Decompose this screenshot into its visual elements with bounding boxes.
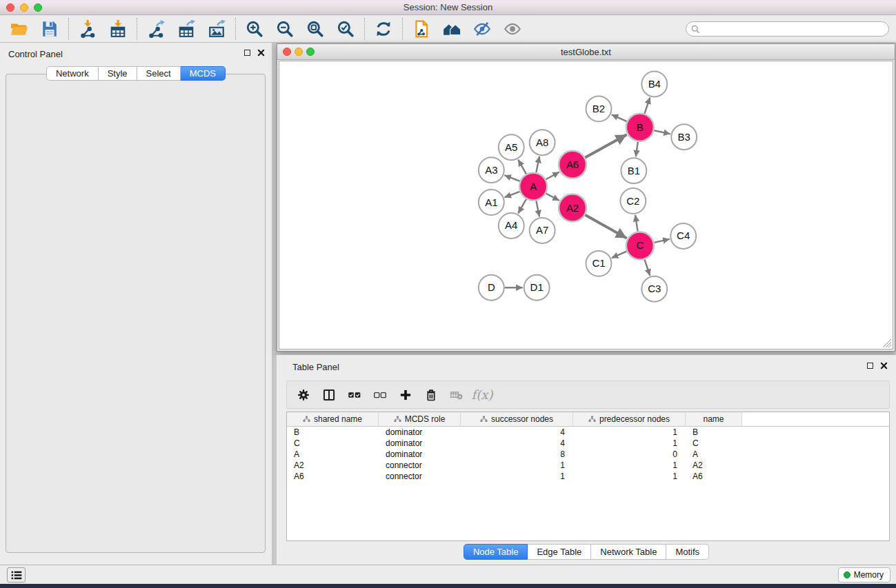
status-bar: Memory (0, 565, 896, 584)
tab-select[interactable]: Select (137, 66, 181, 81)
home-button[interactable] (442, 19, 461, 39)
delete-table-icon (450, 388, 464, 402)
graph-edge-A-A3[interactable] (504, 175, 519, 181)
trash-icon (424, 388, 438, 402)
import-network-icon (79, 20, 97, 38)
export-network-button[interactable] (146, 19, 166, 39)
table-row[interactable]: A2connector11A2 (287, 460, 889, 471)
search-input[interactable] (704, 23, 888, 35)
show-graphics-details-button[interactable] (503, 19, 522, 39)
float-table-panel-icon[interactable] (867, 363, 873, 369)
memory-label: Memory (854, 570, 884, 580)
tab-network-table[interactable]: Network Table (591, 544, 666, 560)
graph-edge-A-A7[interactable] (536, 201, 539, 216)
zoom-fit-button[interactable] (306, 19, 325, 39)
table-cell: A2 (686, 460, 742, 470)
delete-column-button[interactable] (424, 387, 439, 403)
search-icon (691, 25, 700, 34)
export-image-button[interactable] (207, 19, 226, 39)
table-tabs: Node Table Edge Table Network Table Moti… (277, 544, 896, 560)
graph-edge-B-B4[interactable] (644, 97, 650, 114)
export-table-button[interactable] (177, 19, 196, 39)
table-body: Bdominator41BCdominator41CAdominator80AA… (287, 427, 889, 482)
column-header-successor-nodes[interactable]: successor nodes (461, 412, 573, 426)
app-titlebar: Session: New Session (0, 0, 896, 15)
graph-edge-A6-B[interactable] (585, 134, 626, 157)
graph-node-label: C4 (677, 230, 690, 241)
zoom-out-icon (276, 20, 294, 38)
function-builder-button[interactable]: f(x) (475, 387, 490, 403)
graph-edge-C-C3[interactable] (644, 259, 650, 276)
column-header-name[interactable]: name (686, 412, 742, 426)
network-window-titlebar[interactable]: testGlobe.txt (277, 44, 895, 60)
table-cell: C (287, 438, 379, 448)
zoom-in-button[interactable] (245, 19, 264, 39)
graph-edge-A-A6[interactable] (546, 172, 559, 179)
zoom-selected-button[interactable] (336, 19, 355, 39)
tab-edge-table[interactable]: Edge Table (528, 544, 591, 560)
tab-mcds[interactable]: MCDS (181, 66, 226, 81)
mcds-tab-panel (6, 74, 266, 553)
tab-style[interactable]: Style (99, 66, 137, 81)
zoom-out-button[interactable] (275, 19, 295, 39)
close-table-panel-icon[interactable] (880, 362, 888, 369)
split-view-icon (322, 388, 336, 402)
graph-edge-B-B2[interactable] (612, 114, 627, 121)
graph-edge-B-B3[interactable] (654, 130, 670, 134)
hide-graphics-details-button[interactable] (472, 19, 492, 39)
delete-table-button[interactable] (449, 387, 464, 403)
graph-edge-A-A2[interactable] (546, 194, 559, 201)
graph-edge-C-C1[interactable] (612, 252, 627, 258)
table-row[interactable]: Cdominator41C (287, 438, 889, 449)
graph-edge-A-A4[interactable] (518, 199, 526, 214)
tab-node-table[interactable]: Node Table (464, 544, 528, 560)
window-resize-grip[interactable] (883, 339, 892, 348)
memory-button[interactable]: Memory (838, 567, 890, 582)
graph-edge-B-B1[interactable] (636, 142, 638, 157)
close-panel-icon[interactable] (257, 49, 265, 57)
import-network-button[interactable] (78, 19, 97, 39)
export-network-icon (147, 20, 165, 38)
network-from-file-button[interactable] (412, 19, 431, 39)
app-title: Session: New Session (0, 2, 896, 12)
column-header-MCDS-role[interactable]: MCDS role (379, 412, 461, 426)
table-row[interactable]: A6connector11A6 (287, 471, 889, 482)
show-panels-button[interactable] (7, 567, 26, 582)
import-table-button[interactable] (108, 19, 128, 39)
graph-edge-A2-C[interactable] (585, 215, 626, 239)
add-column-button[interactable] (398, 387, 413, 403)
network-view[interactable]: B4B2BB3A8A5A6A3B1AA1C2A2A4A7C4CC1C3DD1 (279, 61, 893, 349)
open-folder-icon (10, 20, 28, 38)
column-header-shared-name[interactable]: shared name (287, 412, 379, 426)
open-session-button[interactable] (10, 19, 29, 39)
graph-edge-C-C4[interactable] (654, 239, 669, 243)
float-panel-icon[interactable] (244, 50, 250, 56)
refresh-layout-button[interactable] (374, 19, 393, 39)
table-cell: dominator (379, 427, 461, 437)
desktop-strip (0, 584, 896, 588)
graph-edge-A-A5[interactable] (518, 160, 526, 174)
tab-motifs[interactable]: Motifs (666, 544, 709, 560)
split-view-button[interactable] (321, 387, 337, 403)
deselect-all-button[interactable] (372, 387, 388, 403)
column-header-predecessor-nodes[interactable]: predecessor nodes (573, 412, 686, 426)
network-graph[interactable]: B4B2BB3A8A5A6A3B1AA1C2A2A4A7C4CC1C3DD1 (279, 61, 893, 349)
table-cell: 8 (461, 449, 573, 459)
table-settings-button[interactable] (296, 387, 311, 403)
table-row[interactable]: Bdominator41B (287, 427, 889, 438)
graph-edge-C-C2[interactable] (635, 215, 638, 232)
table-cell: A6 (686, 472, 742, 481)
select-all-button[interactable] (347, 387, 362, 403)
eye-icon (504, 20, 521, 38)
graph-node-label: D (488, 281, 495, 293)
toolbar-separator (68, 18, 69, 40)
table-row[interactable]: Adominator80A (287, 449, 889, 460)
graph-edge-A-A1[interactable] (504, 192, 519, 197)
graph-edge-A-A8[interactable] (536, 156, 539, 172)
tab-network[interactable]: Network (46, 66, 99, 81)
save-session-button[interactable] (40, 19, 59, 39)
plus-icon (399, 388, 412, 402)
network-window-title: testGlobe.txt (277, 47, 895, 57)
graph-node-label: B2 (593, 103, 605, 114)
table-cell: 1 (461, 472, 573, 481)
